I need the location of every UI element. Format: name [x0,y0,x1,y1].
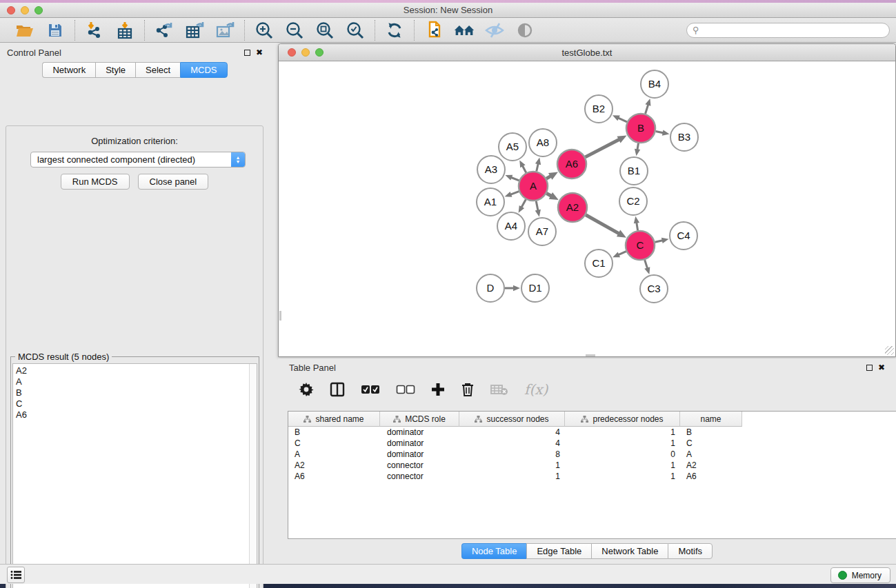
node-B1[interactable]: B1 [620,157,648,185]
result-item[interactable]: A [16,376,257,387]
node-C[interactable]: C [626,231,655,260]
table-cell[interactable]: dominator [380,438,459,448]
table-cell[interactable]: dominator [380,427,459,437]
edge-B-B4[interactable] [646,104,648,114]
tab-motifs[interactable]: Motifs [668,543,713,559]
select-all-icon[interactable] [361,385,380,394]
table-row[interactable]: A2connector11A2 [288,460,896,471]
tab-style[interactable]: Style [95,62,135,78]
table-cell[interactable]: C [288,438,380,448]
close-network-button[interactable] [288,48,296,57]
close-panel-button[interactable]: Close panel [138,174,209,190]
node-B4[interactable]: B4 [641,70,668,98]
column-header-shared-name[interactable]: shared name [288,412,380,427]
node-C4[interactable]: C4 [670,222,697,250]
node-A6[interactable]: A6 [557,150,586,179]
run-mcds-button[interactable]: Run MCDS [61,174,130,190]
search-input[interactable] [686,23,890,38]
import-network-icon[interactable] [84,20,105,41]
table-cell[interactable]: connector [380,460,459,470]
new-network-file-icon[interactable] [424,20,444,41]
edge-A2-C[interactable] [586,215,619,234]
window-controls[interactable] [7,6,43,14]
result-item[interactable]: B [16,387,257,398]
columns-icon[interactable] [330,382,345,397]
close-panel-icon[interactable]: ✖ [256,48,263,57]
task-history-button[interactable] [7,567,25,583]
float-table-panel-icon[interactable] [866,365,873,371]
node-C1[interactable]: C1 [585,250,613,277]
unselect-all-icon[interactable] [396,385,415,394]
node-B2[interactable]: B2 [585,95,613,123]
export-table-icon[interactable] [184,20,205,41]
hide-eye-icon[interactable] [484,20,505,41]
table-cell[interactable]: 1 [565,427,680,437]
table-cell[interactable]: connector [380,472,459,481]
search-field[interactable]: ⚲ [686,23,890,38]
close-window-button[interactable] [7,6,15,14]
result-item[interactable]: C [16,398,257,409]
export-image-icon[interactable] [215,20,235,41]
minimize-window-button[interactable] [21,6,29,14]
edge-A-A7[interactable] [536,201,538,212]
tab-mcds[interactable]: MCDS [180,62,227,78]
add-icon[interactable] [431,383,445,396]
delete-icon[interactable] [461,382,475,397]
table-cell[interactable]: A [680,449,742,459]
node-A7[interactable]: A7 [528,218,556,245]
table-cell[interactable]: 4 [459,427,565,437]
zoom-out-icon[interactable] [284,20,305,41]
edge-A-A1[interactable] [510,192,519,195]
node-A4[interactable]: A4 [497,212,525,240]
function-builder-icon[interactable]: f(x) [524,381,548,398]
gear-icon[interactable] [299,382,314,397]
table-header-row[interactable]: shared nameMCDS rolesuccessor nodesprede… [288,412,896,427]
resize-grip[interactable] [885,346,894,355]
table-row[interactable]: Bdominator41B [288,427,896,438]
table-cell[interactable]: 8 [459,449,565,459]
node-A5[interactable]: A5 [499,133,526,161]
tab-select[interactable]: Select [135,62,180,78]
table-row[interactable]: A6connector11A6 [288,471,896,482]
node-A3[interactable]: A3 [477,156,505,183]
node-A8[interactable]: A8 [529,129,557,156]
memory-button[interactable]: Memory [830,567,890,583]
export-network-icon[interactable] [154,20,175,41]
column-header-name[interactable]: name [680,412,742,427]
table-cell[interactable]: 0 [565,449,680,459]
node-A2[interactable]: A2 [558,193,587,222]
table-cell[interactable]: dominator [380,449,459,459]
edge-B-B2[interactable] [617,118,627,122]
tab-network[interactable]: Network [42,62,95,78]
edge-C-C1[interactable] [618,252,626,255]
refresh-icon[interactable] [384,20,405,41]
eye-icon[interactable] [515,20,535,41]
table-cell[interactable]: A6 [680,472,742,481]
node-A1[interactable]: A1 [477,188,504,216]
table-cell[interactable]: 1 [565,438,680,448]
result-scrollbar[interactable] [249,364,257,588]
table-cell[interactable]: 1 [565,472,680,481]
network-graph[interactable]: B4B2BB3A5A8A6A3B1AA1C2A2A4A7C4CC1C3DD1 [279,61,895,356]
table-cell[interactable]: A2 [288,460,380,470]
network-window-controls[interactable] [288,48,323,57]
zoom-in-icon[interactable] [254,20,275,41]
node-B[interactable]: B [626,114,655,143]
close-table-panel-icon[interactable]: ✖ [878,363,885,372]
table-cell[interactable]: B [288,427,380,437]
network-window-titlebar[interactable]: testGlobe.txt [279,44,895,61]
table-cell[interactable]: B [680,427,742,437]
clear-table-icon[interactable] [490,383,508,396]
table-cell[interactable]: A6 [288,472,380,481]
node-A[interactable]: A [519,172,548,201]
table-row[interactable]: Cdominator41C [288,438,896,449]
node-table[interactable]: shared nameMCDS rolesuccessor nodesprede… [288,411,896,539]
tab-node-table[interactable]: Node Table [461,543,527,559]
node-C2[interactable]: C2 [619,187,647,215]
open-folder-icon[interactable] [14,20,35,41]
houses-icon[interactable] [454,20,475,41]
table-cell[interactable]: A [288,449,380,459]
mcds-result-list[interactable]: A2ABCA6 [12,363,257,588]
table-cell[interactable]: 1 [459,472,565,481]
table-cell[interactable]: A2 [680,460,742,470]
